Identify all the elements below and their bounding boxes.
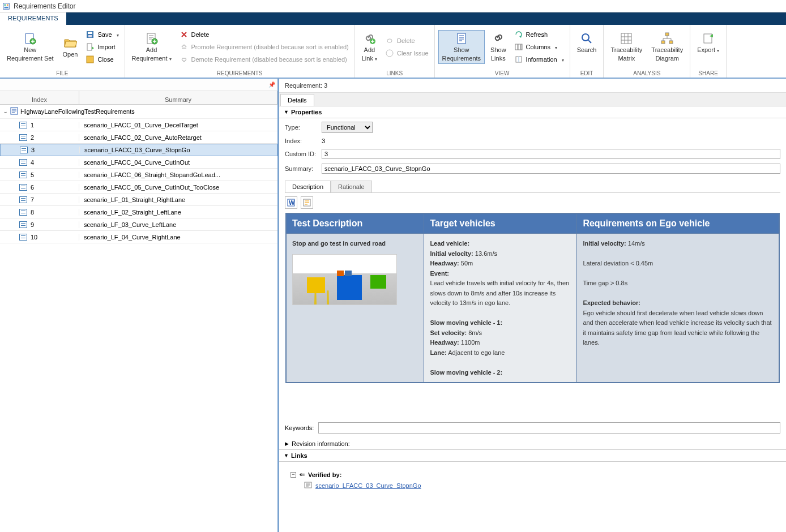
window-title: Requirements Editor [14,2,75,10]
requirement-icon [19,196,27,203]
tree-row[interactable]: 1scenario_LFACC_01_Curve_DecelTarget [0,119,277,131]
tab-description[interactable]: Description [285,181,331,192]
add-requirement-button[interactable]: AddRequirement [129,31,175,63]
tree-row[interactable]: 3scenario_LFACC_03_Curve_StopnGo [0,144,277,156]
label-customid: Custom ID: [285,151,316,157]
show-requirements-button[interactable]: ShowRequirements [438,30,485,63]
keywords-input[interactable] [318,422,780,434]
refresh-button[interactable]: Refresh [512,29,566,40]
requirement-icon [19,159,27,166]
tree-row[interactable]: 9scenario_LF_03_Curve_LeftLane [0,218,277,231]
row-index: 6 [31,184,34,191]
section-properties[interactable]: ▼ Properties [279,106,786,118]
ribbon-group-file: FILE [0,69,125,78]
app-icon [2,2,10,10]
search-button[interactable]: Search [574,31,600,63]
summary-input[interactable] [322,164,780,174]
columns-button[interactable]: Columns [512,41,566,53]
traceability-diagram-button[interactable]: TraceabilityDiagram [648,31,686,63]
requirement-tree[interactable]: ⌄ HighwayLaneFollowingTestRequirements 1… [0,105,277,243]
tree-row[interactable]: 8scenario_LF_02_Straight_LeftLane [0,206,277,218]
tree-root[interactable]: ⌄ HighwayLaneFollowingTestRequirements [0,105,277,119]
row-summary: scenario_LFACC_03_Curve_StopnGo [80,147,277,153]
close-button[interactable]: Close [83,54,121,65]
clear-issue-button: Clear Issue [383,48,431,59]
ribbon-group-share: SHARE [690,69,726,78]
svg-rect-22 [621,33,631,44]
traceability-matrix-button[interactable]: TraceabilityMatrix [607,31,646,63]
row-summary: scenario_LFACC_02_Curve_AutoRetarget [79,134,277,141]
row-index: 3 [31,147,35,153]
tree-row[interactable]: 10scenario_LF_04_Curve_RightLane [0,231,277,243]
requirement-icon [19,122,27,128]
section-links[interactable]: ▼ Links [279,449,786,462]
link-icon [304,482,312,490]
pin-icon[interactable]: 📌 [268,81,275,88]
tree-row[interactable]: 6scenario_LFACC_05_Curve_CutInOut_TooClo… [0,181,277,194]
label-type: Type: [285,124,316,131]
tab-requirements[interactable]: REQUIREMENTS [0,12,66,25]
tree-root-label: HighwayLaneFollowingTestRequirements [20,108,135,115]
svg-rect-25 [669,41,673,44]
detail-pane: Requirement: 3 Details ▼ Properties Type… [279,79,786,532]
requirement-icon [19,209,27,216]
tab-rationale[interactable]: Rationale [331,181,371,192]
svg-rect-9 [87,44,92,50]
tree-row[interactable]: 7scenario_LF_01_Straight_RightLane [0,194,277,206]
index-value: 3 [322,138,325,144]
type-select[interactable]: Functional [322,122,373,133]
word-export-icon[interactable]: W [285,196,297,209]
save-button[interactable]: Save [83,29,121,40]
description-body[interactable]: Test Description Target vehicles Require… [285,212,780,413]
row-index: 5 [31,171,34,178]
label-index: Index: [285,138,316,144]
svg-point-14 [386,50,393,57]
customid-input[interactable] [322,149,780,159]
edit-description-icon[interactable] [301,196,313,209]
promote-requirement-button: Promote Requirement (disabled because so… [177,41,351,53]
row-index: 10 [31,234,37,241]
title-bar: Requirements Editor [0,0,786,12]
svg-rect-3 [5,6,8,8]
row-index: 4 [31,159,34,166]
export-button[interactable]: Export [694,31,723,63]
delete-requirement-button[interactable]: Delete [177,29,351,40]
tree-row[interactable]: 4scenario_LFACC_04_Curve_CutInOut [0,156,277,169]
tab-details[interactable]: Details [280,94,314,106]
svg-rect-1 [5,4,6,6]
requirement-icon [19,184,27,191]
new-requirement-set-button[interactable]: NewRequirement Set [3,31,57,63]
requirement-header: Requirement: 3 [279,79,786,93]
show-links-button[interactable]: ShowLinks [487,31,510,63]
column-summary[interactable]: Summary [79,91,277,104]
svg-rect-26 [704,34,712,43]
svg-rect-24 [661,41,665,44]
open-button[interactable]: Open [59,35,82,59]
import-button[interactable]: Import [83,41,121,53]
tree-row[interactable]: 2scenario_LFACC_02_Curve_AutoRetarget [0,131,277,144]
verified-arrow-icon: ⇐ [300,471,305,478]
add-link-button[interactable]: AddLink [358,31,381,63]
link-item[interactable]: scenario_LFACC_03_Curve_StopnGo [304,482,775,490]
ribbon-group-analysis: ANALYSIS [604,69,690,78]
row-summary: scenario_LFACC_06_Straight_StopandGoLead… [79,171,277,178]
scenario-image [292,254,397,305]
requirement-icon [19,234,27,241]
collapse-icon[interactable]: − [291,472,296,478]
tree-row[interactable]: 5scenario_LFACC_06_Straight_StopandGoLea… [0,169,277,181]
svg-rect-7 [88,32,92,34]
col-target-vehicles: Target vehicles [424,213,577,234]
ribbon-group-view: VIEW [435,69,570,78]
row-summary: scenario_LF_01_Straight_RightLane [79,196,277,203]
row-summary: scenario_LF_03_Curve_LeftLane [79,221,277,228]
column-index[interactable]: Index [0,91,79,104]
chevron-down-icon: ▼ [284,453,289,458]
collapse-icon[interactable]: ⌄ [3,109,8,114]
row-summary: scenario_LFACC_04_Curve_CutInOut [79,159,277,166]
information-button[interactable]: Information [512,54,566,65]
svg-rect-23 [665,33,669,36]
section-revision[interactable]: ▶ Revision information: [279,438,786,449]
link-group-verified-by[interactable]: − ⇐ Verified by: [291,471,775,478]
row-index: 1 [31,122,34,128]
svg-text:W: W [289,199,295,206]
